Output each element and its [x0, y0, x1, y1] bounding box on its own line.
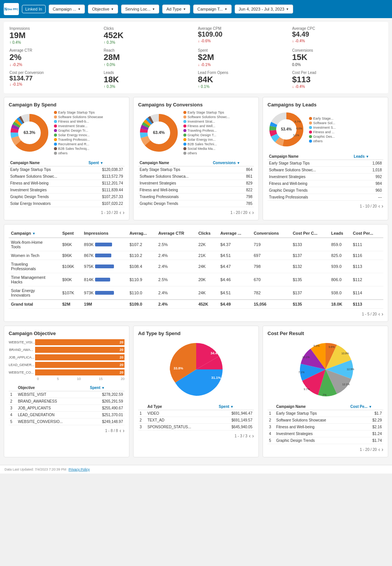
- campaign-by-spend-card: Campaign By Spend: [4, 97, 129, 220]
- cost-per-result-card: Cost Per Result 9.6% 10.9% 12.9%: [263, 326, 388, 457]
- table-row: Fitness and Well-being$112,201.74: [9, 180, 125, 187]
- campaigns-by-leads-card: Campaigns by Leads 6.7% 6.0% 5.1%: [263, 97, 388, 220]
- campaign-type-filter[interactable]: Campaign T... ▼: [193, 5, 232, 14]
- campaign-filter[interactable]: Campaign ... ▼: [49, 5, 85, 14]
- table-row: Software Solutions Showc...$113,572.79: [9, 173, 125, 180]
- table-row: 5WEBSITE_CONVERSIO...$249,148.97: [9, 418, 125, 425]
- objective-filter[interactable]: Objective ▼: [88, 5, 118, 14]
- conversions-table: Campaign Name Conversions ▼ Early Stage …: [138, 160, 254, 207]
- prev-page-btn[interactable]: ‹: [120, 209, 121, 215]
- metric-spent: Spent $2M ↓ -0.1%: [198, 48, 289, 66]
- prev-page-btn[interactable]: ‹: [378, 311, 380, 317]
- bottom-charts-row: Campaign Objective WEBSITE_VISI... 20 BR…: [4, 326, 388, 457]
- cost-per-result-pagination: 1 - 20 / 20 ‹ ›: [267, 446, 383, 452]
- table-row: Software Solutions Showca...861: [138, 173, 254, 180]
- metric-avg-cpc: Average CPC $4.49 ↓ -0.4%: [292, 26, 383, 45]
- table-row: Solar EnergyInnovators $107K 973K $110.0…: [9, 286, 383, 300]
- table-row: 3SPONSORED_STATUS...$645,940.05: [138, 424, 254, 431]
- table-row: 3JOB_APPLICANTS$255,490.67: [9, 405, 125, 412]
- metric-lead-form-opens: Lead Form Opens 84K ↑ 0.1%: [198, 71, 289, 89]
- main-data-table-card: Campaign ▼ Spent Impressions Averag... A…: [4, 224, 388, 322]
- table-row: Traveling Professionals---: [267, 194, 383, 201]
- chevron-down-icon: ▼: [224, 8, 228, 11]
- cost-per-result-table: Campaign Name Cost Pe... ▼ 1Early Stage …: [267, 403, 383, 444]
- next-page-btn[interactable]: ›: [123, 428, 125, 434]
- svg-text:12.1%: 12.1%: [342, 383, 350, 386]
- next-page-btn[interactable]: ›: [381, 311, 383, 317]
- prev-page-btn[interactable]: ‹: [378, 203, 380, 209]
- donut-svg-leads: 6.7% 6.0% 5.1% 53.4%: [267, 111, 305, 148]
- cost-per-result-pie-container: 9.6% 10.9% 12.9% 12.1% 7% 9.7% 7.1% 10.1…: [267, 339, 383, 400]
- leads-table: Campaign Name Leads ▼ Early Stage Startu…: [267, 153, 383, 201]
- table-row: 4LEAD_GENERATION$251,370.01: [9, 412, 125, 418]
- chevron-down-icon: ▼: [286, 8, 289, 11]
- table-row: 3Fitness and Well-being$2.16: [267, 424, 383, 431]
- table-row: Fitness and Well-being984: [267, 180, 383, 187]
- leads-pagination: 1 - 10 / 20 ‹ ›: [267, 203, 383, 209]
- table-row: 2BRAND_AWARENESS$265,291.59: [9, 398, 125, 405]
- adtype-filter[interactable]: Ad Type ▼: [162, 5, 190, 14]
- campaign-objective-card: Campaign Objective WEBSITE_VISI... 20 BR…: [4, 326, 129, 457]
- table-row: Early Stage Startup Tips864: [138, 166, 254, 173]
- svg-text:10.9%: 10.9%: [341, 352, 349, 355]
- table-row: Fitness and Well-being822: [138, 187, 254, 194]
- next-page-btn[interactable]: ›: [381, 446, 383, 452]
- next-page-btn[interactable]: ›: [123, 209, 125, 215]
- date-filter[interactable]: Jun 4, 2023 - Jul 3, 2023 ▼: [235, 5, 293, 14]
- app-logo: N One PPC: [4, 3, 19, 15]
- table-row: 1VIDEO$691,946.47: [138, 410, 254, 417]
- svg-text:9.0%: 9.0%: [314, 345, 320, 347]
- table-row: Work-from-HomeTools $96K 893K $107.2 2.5…: [9, 238, 383, 251]
- objective-table: Objective Spent ▼ 1WEBSITE_VISIT$278,202…: [9, 385, 125, 425]
- next-page-btn[interactable]: ›: [252, 433, 254, 439]
- main-data-table: Campaign ▼ Spent Impressions Averag... A…: [9, 229, 383, 309]
- svg-text:6.7%: 6.7%: [295, 120, 301, 123]
- table-row: 1WEBSITE_VISIT$278,202.59: [9, 391, 125, 398]
- table-row: 1Early Stage Startup Tips$1.7: [267, 410, 383, 417]
- svg-text:63.3%: 63.3%: [23, 130, 35, 135]
- ad-type-pie-container: 34.4% 31.1% 33.8%: [138, 339, 254, 400]
- table-row: Time ManagementHacks $90K 814K $110.9 2.…: [9, 273, 383, 286]
- objective-bar-chart: WEBSITE_VISI... 20 BRAND_AWA... 20 JOB_A…: [9, 339, 125, 381]
- prev-page-btn[interactable]: ‹: [378, 446, 380, 452]
- svg-text:63.4%: 63.4%: [153, 130, 164, 135]
- metrics-grid: Impressions 19M ↑ 0.4% Clicks 452K ↑ 0.3…: [4, 22, 388, 93]
- campaigns-by-conversions-card: Campaigns by Conversions: [133, 97, 259, 220]
- prev-page-btn[interactable]: ‹: [120, 428, 121, 434]
- charts-row-1: Campaign By Spend: [4, 97, 388, 220]
- donut-chart-conversions: 63.4% Early Stage Startup Tips Software …: [138, 111, 254, 156]
- spend-pagination: 1 - 10 / 20 ‹ ›: [9, 209, 125, 215]
- metric-cost-per-lead: Cost Per Lead $113 ↓ -0.4%: [292, 71, 383, 89]
- prev-page-btn[interactable]: ‹: [249, 209, 251, 215]
- svg-text:34.4%: 34.4%: [211, 351, 220, 355]
- prev-page-btn[interactable]: ‹: [249, 433, 251, 439]
- svg-text:7.1%: 7.1%: [298, 371, 304, 374]
- table-row: 2TEXT_AD$691,149.57: [138, 417, 254, 424]
- donut-chart-leads: 6.7% 6.0% 5.1% 53.4% Early Stage... Soft…: [267, 111, 383, 149]
- table-row: Investment Strategies992: [267, 174, 383, 180]
- table-row: Investment Strategies$111,839.44: [9, 187, 125, 194]
- objective-pagination: 1 - 8 / 8 ‹ ›: [9, 428, 125, 434]
- chevron-down-icon: ▼: [183, 8, 186, 11]
- table-row: Investment Strategies829: [138, 180, 254, 187]
- privacy-policy-link[interactable]: Privacy Policy: [69, 468, 90, 471]
- location-filter[interactable]: Serving Loc... ▼: [121, 5, 159, 14]
- svg-text:10.1%: 10.1%: [302, 356, 310, 358]
- chevron-down-icon: ▼: [78, 8, 81, 11]
- main-table-pagination: 1 - 5 / 20 ‹ ›: [9, 311, 383, 317]
- donut-svg-spend: 63.3%: [9, 112, 50, 154]
- spend-table: Campaign Name Spent ▼ Early Stage Startu…: [9, 160, 125, 207]
- ad-type-pagination: 1 - 3 / 3 ‹ ›: [138, 433, 254, 439]
- next-page-btn[interactable]: ›: [252, 209, 254, 215]
- footer: Data Last Updated: 7/4/2023 7:20:39 PM P…: [0, 465, 392, 474]
- chevron-down-icon: ▼: [152, 8, 155, 11]
- metric-avg-ctr: Average CTR 2% ↓ -0.2%: [9, 48, 100, 66]
- next-page-btn[interactable]: ›: [381, 203, 383, 209]
- table-row: Software Solutions Showc...1,018: [267, 167, 383, 174]
- table-row: TravelingProfessionals $106K 975K $108.4…: [9, 260, 383, 273]
- svg-text:53.4%: 53.4%: [281, 127, 292, 131]
- table-row: Early Stage Startup Tips1,068: [267, 160, 383, 167]
- metric-impressions: Impressions 19M ↑ 0.4%: [9, 26, 100, 45]
- conversions-pagination: 1 - 20 / 20 ‹ ›: [138, 209, 254, 215]
- metric-conversions: Conversions 15K 0.0%: [292, 48, 383, 66]
